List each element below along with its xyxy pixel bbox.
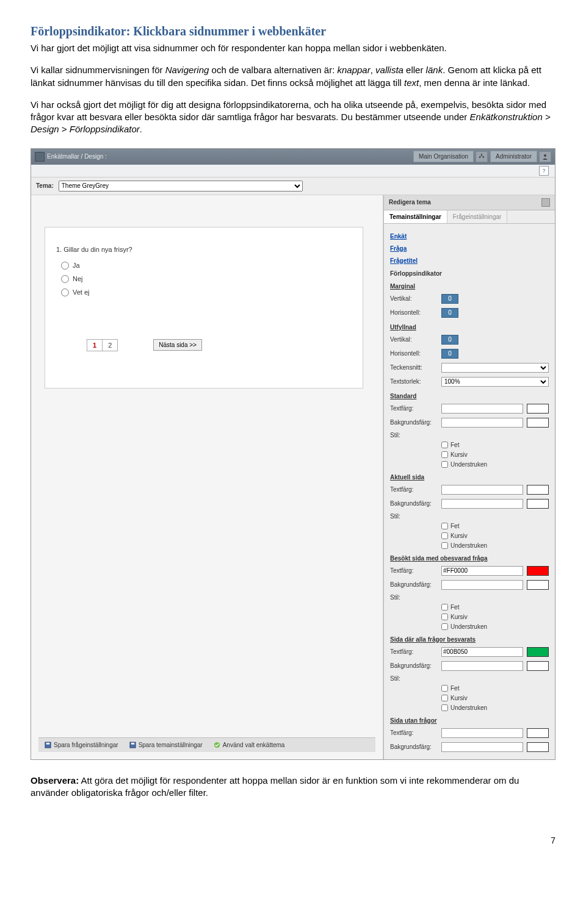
checkbox[interactable] <box>441 604 448 611</box>
checkbox[interactable] <box>441 451 448 458</box>
save-theme-settings-button[interactable]: Spara temainställningar <box>127 740 205 750</box>
checkbox[interactable] <box>441 623 448 630</box>
swatch-ab-text[interactable] <box>527 647 549 657</box>
row-akt-bakgrund: Bakgrundsfärg: <box>390 499 549 509</box>
swatch-std-text[interactable] <box>527 404 549 414</box>
save-question-settings-button[interactable]: Spara frågeinställningar <box>42 740 121 750</box>
check-bo-kursiv[interactable]: Kursiv <box>441 614 549 620</box>
row-akt-textfarg: Textfärg: <box>390 485 549 495</box>
swatch-uf-text[interactable] <box>527 728 549 738</box>
swatch-akt-bg[interactable] <box>527 499 549 509</box>
input-uf-bakgrund[interactable] <box>441 742 523 752</box>
tab-question-settings[interactable]: Frågeinställningar <box>447 210 508 223</box>
check-std-fet[interactable]: Fet <box>441 442 549 448</box>
row-bo-stil: Stil: <box>390 594 549 601</box>
input-akt-textfarg[interactable] <box>441 485 523 495</box>
select-teckensnitt[interactable] <box>441 363 549 373</box>
check-bo-fet[interactable]: Fet <box>441 604 549 611</box>
input-utfyllnad-horisontell[interactable]: 0 <box>441 349 458 359</box>
label-bakgrundsfarg: Bakgrundsfärg: <box>390 581 438 588</box>
input-bo-bakgrund[interactable] <box>441 580 523 590</box>
org-tree-icon[interactable] <box>476 151 488 162</box>
help-icon[interactable]: ? <box>539 166 549 176</box>
link-enkat[interactable]: Enkät <box>390 233 549 240</box>
input-std-bakgrund[interactable] <box>441 418 523 428</box>
row-ab-textfarg: Textfärg: <box>390 647 549 657</box>
link-fragetitel[interactable]: Frågetitel <box>390 257 549 264</box>
app-themebar: Tema: Theme GreyGrey <box>31 177 555 195</box>
radio-option-vetej[interactable]: Vet ej <box>61 288 352 296</box>
pager-page-1[interactable]: 1 <box>87 340 103 351</box>
check-label: Understruken <box>450 542 487 549</box>
input-uf-textfarg[interactable] <box>441 728 523 738</box>
input-ab-textfarg[interactable] <box>441 647 523 657</box>
input-marginal-vertikal[interactable]: 0 <box>441 294 458 304</box>
check-std-understruken[interactable]: Understruken <box>441 461 549 468</box>
checkbox[interactable] <box>441 532 448 539</box>
next-page-button[interactable]: Nästa sida >> <box>153 339 202 351</box>
radio-option-ja[interactable]: Ja <box>61 262 352 270</box>
main-org-button[interactable]: Main Organisation <box>413 151 474 162</box>
check-akt-understruken[interactable]: Understruken <box>441 542 549 549</box>
input-utfyllnad-vertikal[interactable]: 0 <box>441 335 458 345</box>
radio-option-nej[interactable]: Nej <box>61 275 352 283</box>
svg-rect-5 <box>46 742 50 744</box>
check-ab-fet[interactable]: Fet <box>441 685 549 692</box>
input-marginal-horisontell[interactable]: 0 <box>441 308 458 318</box>
label-bakgrundsfarg: Bakgrundsfärg: <box>390 662 438 669</box>
check-std-kursiv[interactable]: Kursiv <box>441 451 549 458</box>
checkbox[interactable] <box>441 461 448 468</box>
user-icon[interactable] <box>539 151 551 162</box>
p2-part-a: Vi kallar sidnummervisningen för <box>31 65 165 75</box>
label-teckensnitt: Teckensnitt: <box>390 364 438 371</box>
checkbox[interactable] <box>441 695 448 701</box>
checkbox[interactable] <box>441 523 448 529</box>
svg-rect-7 <box>131 742 134 744</box>
checkbox[interactable] <box>441 704 448 711</box>
check-ab-understruken[interactable]: Understruken <box>441 704 549 711</box>
swatch-std-bg[interactable] <box>527 418 549 428</box>
label-textstorlek: Textstorlek: <box>390 378 438 385</box>
label-textfarg: Textfärg: <box>390 567 438 574</box>
tema-select[interactable]: Theme GreyGrey <box>59 181 303 192</box>
check-akt-kursiv[interactable]: Kursiv <box>441 532 549 539</box>
row-utfyllnad-horisontell: Horisontell:0 <box>390 349 549 359</box>
label-textfarg: Textfärg: <box>390 405 438 412</box>
check-label: Understruken <box>450 704 487 711</box>
checkbox[interactable] <box>441 614 448 620</box>
checkbox[interactable] <box>441 542 448 549</box>
swatch-ab-bg[interactable] <box>527 661 549 671</box>
checkbox[interactable] <box>441 685 448 692</box>
input-akt-bakgrund[interactable] <box>441 499 523 509</box>
sub-standard: Standard <box>390 393 549 399</box>
input-bo-textfarg[interactable] <box>441 566 523 576</box>
check-bo-understruken[interactable]: Understruken <box>441 623 549 630</box>
swatch-akt-text[interactable] <box>527 485 549 495</box>
doc-observera: Observera: Att göra det möjligt för resp… <box>31 775 555 800</box>
link-fraga[interactable]: Fråga <box>390 245 549 252</box>
side-content: Enkät Fråga Frågetitel Förloppsindikator… <box>384 224 555 759</box>
pager-page-2[interactable]: 2 <box>103 340 117 351</box>
input-ab-bakgrund[interactable] <box>441 661 523 671</box>
apply-theme-button[interactable]: Använd valt enkättema <box>211 740 288 750</box>
save-icon <box>45 742 51 748</box>
input-std-textfarg[interactable] <box>441 404 523 414</box>
checkbox[interactable] <box>441 442 448 448</box>
check-label: Kursiv <box>450 532 468 539</box>
tab-theme-settings[interactable]: Temainställningar <box>384 210 447 223</box>
swatch-bo-text[interactable] <box>527 566 549 576</box>
label-stil: Stil: <box>390 513 438 520</box>
check-ab-kursiv[interactable]: Kursiv <box>441 695 549 701</box>
swatch-bo-bg[interactable] <box>527 580 549 590</box>
radio-input[interactable] <box>61 288 69 296</box>
admin-button[interactable]: Administrator <box>490 151 537 162</box>
radio-input[interactable] <box>61 262 69 270</box>
collapse-icon[interactable] <box>541 198 550 207</box>
check-akt-fet[interactable]: Fet <box>441 523 549 529</box>
label-vertikal: Vertikal: <box>390 295 438 302</box>
select-textstorlek[interactable]: 100% <box>441 377 549 387</box>
radio-input[interactable] <box>61 275 69 283</box>
doc-heading: Förloppsindikator: Klickbara sidnummer i… <box>31 24 555 38</box>
swatch-uf-bg[interactable] <box>527 742 549 752</box>
question-text: Gillar du din nya frisyr? <box>63 246 132 253</box>
